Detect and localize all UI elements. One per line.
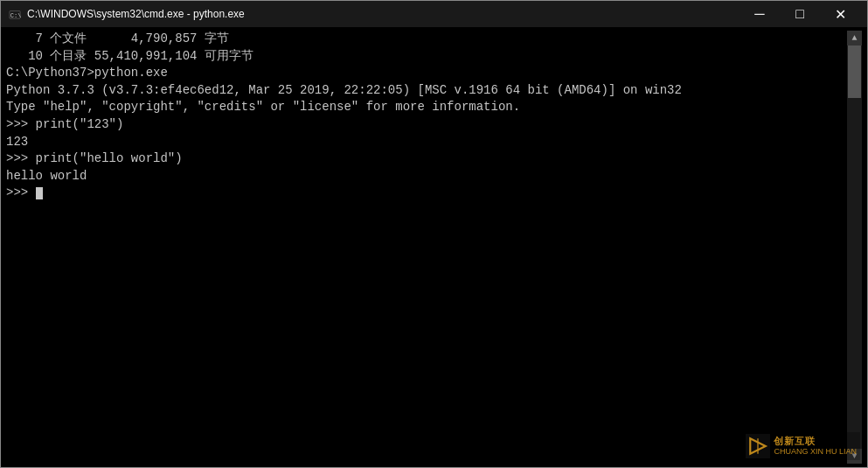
terminal-line: 123: [6, 134, 847, 151]
terminal-body[interactable]: 7 个文件 4,790,857 字节 10 个目录 55,410,991,104…: [1, 27, 867, 467]
terminal-line: >>> print("hello world"): [6, 150, 847, 168]
cmd-window: C:\ C:\WINDOWS\system32\cmd.exe - python…: [0, 0, 868, 468]
terminal-line: C:\Python37>python.exe: [6, 65, 847, 82]
close-button[interactable]: ✕: [820, 1, 860, 27]
svg-text:C:\: C:\: [10, 12, 21, 19]
terminal-content: 7 个文件 4,790,857 字节 10 个目录 55,410,991,104…: [6, 31, 847, 464]
terminal-line: 10 个目录 55,410,991,104 可用字节: [6, 48, 847, 66]
window-controls: ─ □ ✕: [740, 1, 860, 27]
cursor: [36, 187, 43, 199]
brand-pinyin: CHUANG XIN HU LIAN: [774, 447, 857, 457]
brand-chinese: 创新互联: [774, 436, 857, 447]
terminal-line: hello world: [6, 168, 847, 185]
minimize-button[interactable]: ─: [740, 1, 780, 27]
scroll-track[interactable]: [847, 45, 862, 449]
title-bar: C:\ C:\WINDOWS\system32\cmd.exe - python…: [1, 1, 867, 27]
scroll-thumb[interactable]: [848, 45, 861, 98]
scroll-up-arrow[interactable]: ▲: [847, 31, 862, 45]
scrollbar[interactable]: ▲ ▼: [847, 31, 862, 464]
watermark-logo: [746, 434, 770, 458]
watermark: 创新互联 CHUANG XIN HU LIAN: [742, 432, 860, 460]
cmd-icon: C:\: [8, 7, 22, 21]
maximize-button[interactable]: □: [780, 1, 820, 27]
terminal-line: Python 3.7.3 (v3.7.3:ef4ec6ed12, Mar 25 …: [6, 82, 847, 100]
watermark-text: 创新互联 CHUANG XIN HU LIAN: [774, 436, 857, 457]
terminal-line: >>> print("123"): [6, 116, 847, 134]
terminal-line: Type "help", "copyright", "credits" or "…: [6, 99, 847, 116]
window-title: C:\WINDOWS\system32\cmd.exe - python.exe: [27, 8, 740, 20]
terminal-line: >>>: [6, 185, 847, 202]
terminal-line: 7 个文件 4,790,857 字节: [6, 31, 847, 48]
